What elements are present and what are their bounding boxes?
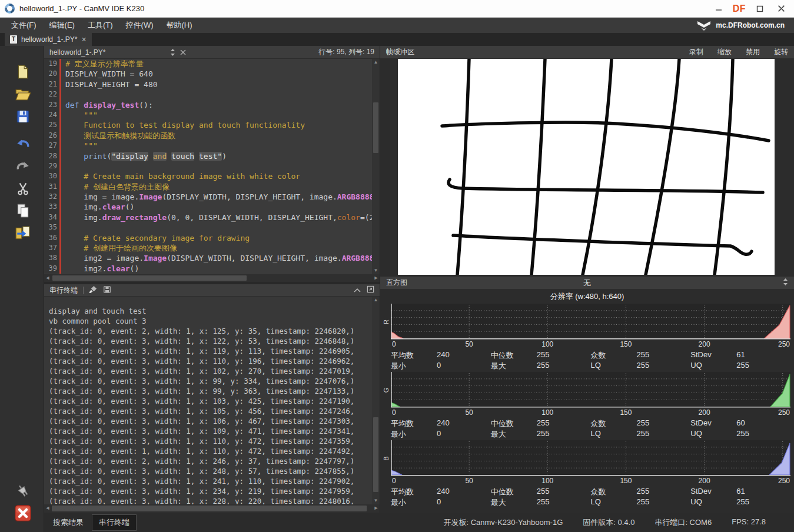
- save-button[interactable]: [14, 107, 32, 126]
- scrollbar-thumb[interactable]: [52, 506, 367, 511]
- code-text: [61, 161, 65, 171]
- line-number: 24: [44, 110, 59, 120]
- channel-label: G: [381, 372, 391, 408]
- stop-button[interactable]: [14, 504, 32, 523]
- scroll-up-icon[interactable]: ▲: [372, 297, 380, 304]
- histogram-mode-spinner[interactable]: [783, 278, 788, 287]
- copy-button[interactable]: [14, 201, 32, 220]
- stat-label: 最大: [491, 429, 537, 440]
- channel-label: R: [381, 304, 391, 340]
- stat-cell: 中位数255: [491, 487, 591, 497]
- close-icon: [180, 49, 186, 55]
- histogram-mode-select[interactable]: 无: [380, 278, 794, 288]
- tab-close-icon[interactable]: ×: [81, 35, 86, 44]
- menu-item-4[interactable]: 帮助(H): [160, 20, 199, 31]
- code-text: # 定义显示分辨率常量: [61, 59, 144, 69]
- terminal-clear-button[interactable]: [89, 285, 98, 295]
- scroll-right-icon[interactable]: ►: [373, 504, 380, 512]
- framebuffer-button-2[interactable]: 禁用: [746, 47, 760, 57]
- scroll-down-icon[interactable]: ▼: [372, 267, 380, 274]
- editor-horizontal-scrollbar[interactable]: ◄ ►: [44, 274, 380, 282]
- scrollbar-thumb[interactable]: [373, 102, 378, 153]
- stat-label: 平均数: [391, 350, 437, 361]
- redo-button[interactable]: [14, 157, 32, 175]
- editor-tab-bar: T helloworld_1-.PY* ×: [0, 33, 794, 46]
- menu-item-3[interactable]: 控件(W): [119, 20, 160, 31]
- bottom-tab-1[interactable]: 串行终端: [92, 515, 136, 530]
- paste-button[interactable]: [14, 224, 32, 242]
- drawn-grid-image: [398, 59, 775, 275]
- terminal-output[interactable]: display and touch testvb common pool cou…: [44, 297, 372, 504]
- code-text: img.clear(): [61, 202, 134, 212]
- stat-value: 255: [537, 429, 550, 440]
- terminal-popout-button[interactable]: [367, 285, 374, 295]
- stat-cell: 众数255: [591, 350, 691, 361]
- terminal-horizontal-scrollbar[interactable]: ◄ ►: [44, 504, 380, 513]
- stat-label: UQ: [690, 429, 736, 440]
- code-line: 28 print("display and touch test"): [44, 151, 372, 161]
- x-tick-label: 100: [541, 477, 553, 485]
- menu-item-0[interactable]: 文件(F): [5, 20, 43, 31]
- scrollbar-thumb[interactable]: [52, 275, 247, 281]
- stat-label: 平均数: [391, 487, 437, 497]
- x-tick-label: 150: [620, 408, 632, 417]
- stat-value: 255: [637, 497, 650, 508]
- terminal-line: (track_id: 0, event: 3, width: 1, x: 110…: [49, 436, 372, 446]
- framebuffer-button-3[interactable]: 旋转: [774, 47, 788, 57]
- x-tick-label: 0: [392, 477, 396, 485]
- menu-item-2[interactable]: 工具(T): [81, 20, 119, 31]
- code-text: # 创建用于绘画的次要图像: [61, 243, 177, 253]
- status-bar: 搜索结果串行终端 开发板: Canmv-K230-Yahboom-1G固件版本:…: [44, 513, 794, 532]
- cursor-position-status: 行号: 95, 列号: 19: [318, 47, 374, 57]
- connect-button[interactable]: [14, 481, 32, 500]
- stat-cell: 中位数255: [491, 350, 591, 361]
- tab-helloworld[interactable]: T helloworld_1-.PY* ×: [5, 33, 92, 46]
- document-selector[interactable]: helloworld_1-.PY*: [49, 48, 167, 56]
- framebuffer-button-0[interactable]: 录制: [689, 47, 703, 57]
- terminal-line: (track_id: 0, event: 3, width: 1, x: 99,…: [49, 376, 372, 386]
- framebuffer-button-1[interactable]: 缩放: [717, 47, 732, 57]
- minimize-button[interactable]: [710, 2, 727, 16]
- stat-cell: LQ255: [591, 497, 691, 508]
- scroll-up-icon[interactable]: ▲: [372, 59, 380, 66]
- document-close-button[interactable]: [178, 49, 188, 55]
- close-button[interactable]: [773, 2, 789, 16]
- stat-label: UQ: [690, 361, 736, 371]
- code-line: 38 img2 = image.Image(DISPLAY_WIDTH, DIS…: [44, 253, 372, 263]
- code-text: 测试显示和触摸功能的函数: [61, 131, 175, 141]
- popout-window-icon: [367, 285, 374, 293]
- chevron-up-icon: [354, 288, 361, 292]
- bottom-tabs: 搜索结果串行终端: [44, 515, 136, 530]
- scrollbar-thumb[interactable]: [373, 417, 378, 492]
- stat-value: 0: [437, 497, 441, 508]
- undo-button[interactable]: [14, 134, 32, 153]
- scroll-left-icon[interactable]: ◄: [44, 274, 51, 282]
- histogram-stats: 平均数240中位数255众数255StDev60最小0最大255LQ255UQ2…: [391, 418, 790, 440]
- histogram-channel-B: B050100150200250平均数240中位数255众数255StDev61…: [380, 440, 794, 508]
- open-file-button[interactable]: [14, 85, 32, 104]
- terminal-vertical-scrollbar[interactable]: ▲ ▼: [372, 297, 380, 504]
- cut-button[interactable]: [14, 179, 32, 198]
- terminal-collapse-button[interactable]: [354, 286, 361, 294]
- editor-vertical-scrollbar[interactable]: ▲ ▼: [372, 59, 380, 274]
- stat-label: 最小: [391, 361, 437, 371]
- bottom-tab-0[interactable]: 搜索结果: [46, 515, 90, 530]
- scroll-left-icon[interactable]: ◄: [44, 504, 51, 512]
- new-file-button[interactable]: [14, 62, 32, 81]
- menu-item-1[interactable]: 编辑(E): [43, 20, 81, 31]
- histogram-plot: [391, 372, 790, 408]
- line-number: 39: [44, 264, 59, 274]
- histogram-stats: 平均数240中位数255众数255StDev61最小0最大255LQ255UQ2…: [391, 487, 790, 508]
- terminal-title: 串行终端: [49, 285, 78, 295]
- code-line: 22: [44, 89, 372, 99]
- scroll-right-icon[interactable]: ►: [373, 274, 380, 282]
- scroll-down-icon[interactable]: ▼: [372, 497, 380, 504]
- x-tick-label: 100: [541, 340, 553, 348]
- close-icon: [778, 5, 785, 12]
- maximize-button[interactable]: [752, 2, 768, 16]
- status-item-0: 开发板: Canmv-K230-Yahboom-1G: [443, 517, 563, 528]
- document-split-button[interactable]: [167, 49, 178, 56]
- line-number: 34: [44, 212, 59, 222]
- code-editor[interactable]: 19# 定义显示分辨率常量20DISPLAY_WIDTH = 64021DISP…: [44, 59, 372, 274]
- terminal-save-log-button[interactable]: [103, 285, 111, 295]
